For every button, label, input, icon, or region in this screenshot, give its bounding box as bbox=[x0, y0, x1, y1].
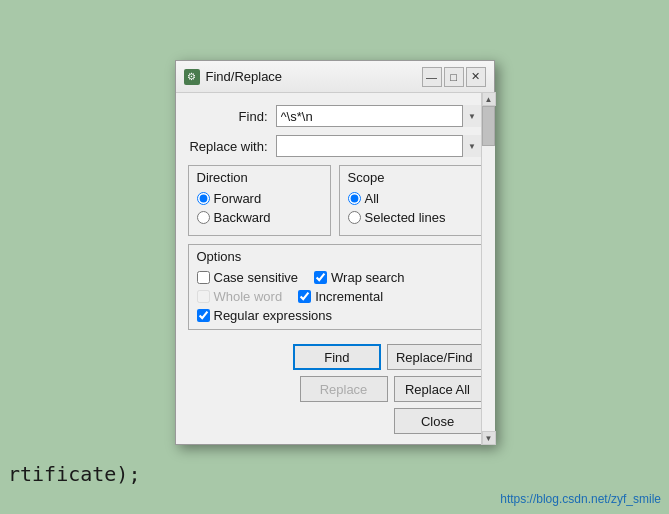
scope-group: Scope All Selected lines bbox=[339, 165, 482, 236]
window-controls: — □ ✕ bbox=[422, 67, 486, 87]
dialog-icon: ⚙ bbox=[184, 69, 200, 85]
find-label: Find: bbox=[188, 109, 268, 124]
options-row-3: Regular expressions bbox=[197, 308, 473, 323]
selected-lines-radio[interactable] bbox=[348, 211, 361, 224]
backward-radio[interactable] bbox=[197, 211, 210, 224]
case-sensitive-option[interactable]: Case sensitive bbox=[197, 270, 299, 285]
all-scope-label: All bbox=[365, 191, 379, 206]
backward-option[interactable]: Backward bbox=[197, 210, 322, 225]
title-bar: ⚙ Find/Replace — □ ✕ bbox=[176, 61, 494, 93]
scroll-up-arrow[interactable]: ▲ bbox=[482, 92, 496, 106]
all-scope-radio[interactable] bbox=[348, 192, 361, 205]
scroll-thumb[interactable] bbox=[482, 106, 495, 146]
regex-label: Regular expressions bbox=[214, 308, 333, 323]
wrap-search-label: Wrap search bbox=[331, 270, 404, 285]
whole-word-checkbox[interactable] bbox=[197, 290, 210, 303]
buttons-row-3: Close bbox=[188, 408, 482, 434]
scope-legend: Scope bbox=[348, 170, 473, 185]
direction-legend: Direction bbox=[197, 170, 322, 185]
options-group: Options Case sensitive Wrap search bbox=[188, 244, 482, 330]
regex-checkbox[interactable] bbox=[197, 309, 210, 322]
minimize-button[interactable]: — bbox=[422, 67, 442, 87]
find-button[interactable]: Find bbox=[293, 344, 381, 370]
options-grid: Case sensitive Wrap search Whole word bbox=[197, 270, 473, 323]
case-sensitive-label: Case sensitive bbox=[214, 270, 299, 285]
buttons-row-1: Find Replace/Find bbox=[188, 344, 482, 370]
find-row: Find: ▼ bbox=[188, 105, 482, 127]
replace-input[interactable] bbox=[276, 135, 482, 157]
find-input[interactable] bbox=[276, 105, 482, 127]
scroll-track bbox=[482, 106, 495, 431]
buttons-section: Find Replace/Find Replace Replace All Cl… bbox=[176, 338, 494, 444]
selected-lines-label: Selected lines bbox=[365, 210, 446, 225]
buttons-row-2: Replace Replace All bbox=[188, 376, 482, 402]
case-sensitive-checkbox[interactable] bbox=[197, 271, 210, 284]
incremental-checkbox[interactable] bbox=[298, 290, 311, 303]
dialog-overlay: ⚙ Find/Replace — □ ✕ Find: ▼ bbox=[0, 0, 669, 514]
replace-find-button[interactable]: Replace/Find bbox=[387, 344, 482, 370]
close-dialog-button[interactable]: Close bbox=[394, 408, 482, 434]
all-scope-option[interactable]: All bbox=[348, 191, 473, 206]
replace-button[interactable]: Replace bbox=[300, 376, 388, 402]
find-input-wrapper: ▼ bbox=[276, 105, 482, 127]
groups-row: Direction Forward Backward Scope bbox=[188, 165, 482, 236]
wrap-search-option[interactable]: Wrap search bbox=[314, 270, 404, 285]
backward-label: Backward bbox=[214, 210, 271, 225]
whole-word-label: Whole word bbox=[214, 289, 283, 304]
forward-radio[interactable] bbox=[197, 192, 210, 205]
close-window-button[interactable]: ✕ bbox=[466, 67, 486, 87]
regex-option[interactable]: Regular expressions bbox=[197, 308, 333, 323]
replace-row: Replace with: ▼ bbox=[188, 135, 482, 157]
find-dropdown-button[interactable]: ▼ bbox=[462, 105, 482, 127]
replace-label: Replace with: bbox=[188, 139, 268, 154]
whole-word-option[interactable]: Whole word bbox=[197, 289, 283, 304]
dialog-content: Find: ▼ Replace with: ▼ bbox=[176, 93, 494, 338]
replace-dropdown-button[interactable]: ▼ bbox=[462, 135, 482, 157]
scrollbar: ▲ ▼ bbox=[481, 92, 495, 445]
dialog-wrapper: ⚙ Find/Replace — □ ✕ Find: ▼ bbox=[175, 60, 495, 445]
forward-option[interactable]: Forward bbox=[197, 191, 322, 206]
options-row-1: Case sensitive Wrap search bbox=[197, 270, 473, 285]
scroll-down-arrow[interactable]: ▼ bbox=[482, 431, 496, 445]
maximize-button[interactable]: □ bbox=[444, 67, 464, 87]
find-replace-dialog: ⚙ Find/Replace — □ ✕ Find: ▼ bbox=[175, 60, 495, 445]
incremental-option[interactable]: Incremental bbox=[298, 289, 383, 304]
dialog-title: Find/Replace bbox=[206, 69, 416, 84]
wrap-search-checkbox[interactable] bbox=[314, 271, 327, 284]
replace-all-button[interactable]: Replace All bbox=[394, 376, 482, 402]
replace-input-wrapper: ▼ bbox=[276, 135, 482, 157]
options-row-2: Whole word Incremental bbox=[197, 289, 473, 304]
incremental-label: Incremental bbox=[315, 289, 383, 304]
options-legend: Options bbox=[197, 249, 473, 264]
forward-label: Forward bbox=[214, 191, 262, 206]
selected-lines-option[interactable]: Selected lines bbox=[348, 210, 473, 225]
direction-group: Direction Forward Backward bbox=[188, 165, 331, 236]
